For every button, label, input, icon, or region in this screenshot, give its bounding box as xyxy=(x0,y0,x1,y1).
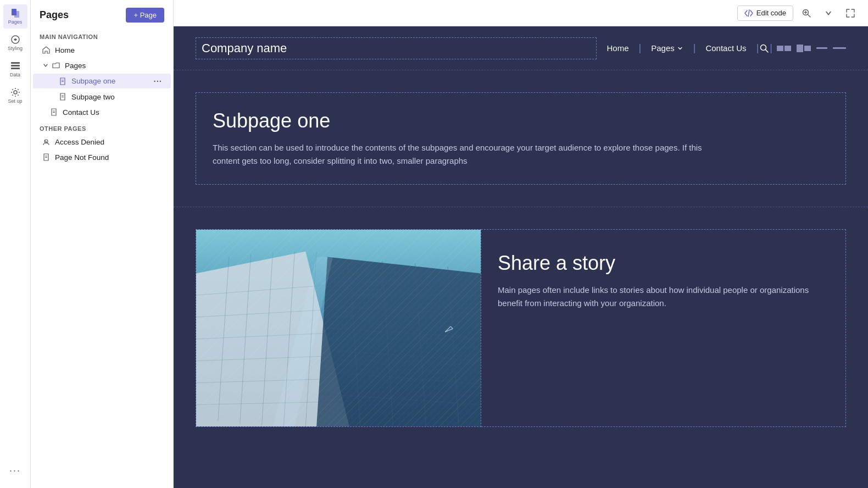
story-image xyxy=(196,230,481,426)
nav-item-home[interactable]: Home xyxy=(33,43,171,57)
site-nav-home[interactable]: Home xyxy=(597,43,638,53)
icon-rail-pages-label: Pages xyxy=(8,20,23,25)
story-section: Share a story Main pages often include l… xyxy=(174,207,868,449)
svg-rect-5 xyxy=(11,68,20,69)
svg-line-27 xyxy=(262,253,273,426)
svg-rect-23 xyxy=(196,230,481,426)
zoom-in-icon xyxy=(802,8,811,18)
add-page-button[interactable]: + Page xyxy=(126,8,164,23)
expand-button[interactable] xyxy=(842,4,859,22)
svg-line-32 xyxy=(196,332,344,339)
zoom-in-button[interactable] xyxy=(798,4,815,22)
main-area: Edit code Company name xyxy=(174,0,868,488)
site-navbar: Company name Home | Pages | Contact Us xyxy=(174,26,868,70)
svg-line-33 xyxy=(196,356,345,361)
story-content-box: Share a story Main pages often include l… xyxy=(481,229,846,427)
nav-item-page-not-found[interactable]: Page Not Found xyxy=(33,150,171,164)
main-navigation-label: Main navigation xyxy=(31,28,173,42)
nav-item-access-denied[interactable]: Access Denied xyxy=(33,135,171,149)
more-options-icon[interactable]: ··· xyxy=(3,462,27,479)
site-nav-pages-label: Pages xyxy=(651,43,675,53)
edit-code-icon xyxy=(744,9,753,18)
svg-line-25 xyxy=(218,257,229,422)
icon-rail-setup-label: Set up xyxy=(8,99,22,104)
svg-marker-36 xyxy=(316,257,481,427)
svg-line-28 xyxy=(283,252,294,426)
preview-area: Company name Home | Pages | Contact Us xyxy=(174,26,868,488)
nav-item-access-denied-label: Access Denied xyxy=(55,138,104,146)
site-nav-contact[interactable]: Contact Us xyxy=(695,43,756,53)
svg-rect-3 xyxy=(11,62,20,64)
collapse-arrow-icon xyxy=(42,62,49,69)
nav-item-contact-us-label: Contact Us xyxy=(63,108,99,117)
svg-marker-46 xyxy=(272,257,333,427)
sidebar-item-data[interactable]: Data xyxy=(3,57,27,81)
subpage-title: Subpage one xyxy=(213,109,829,132)
sidebar-item-setup[interactable]: Set up xyxy=(3,84,27,108)
sidebar-item-styling[interactable]: Styling xyxy=(3,31,27,55)
subpage-section: Subpage one This section can be used to … xyxy=(174,70,868,207)
subpage-content-box: Subpage one This section can be used to … xyxy=(196,92,846,185)
nav-item-subpage-two[interactable]: Subpage two xyxy=(33,90,171,104)
subpage-text: This section can be used to introduce th… xyxy=(213,141,707,168)
bar-icon-1 xyxy=(816,47,827,49)
svg-line-43 xyxy=(325,350,481,361)
svg-line-29 xyxy=(305,252,316,426)
nav-item-pages[interactable]: Pages xyxy=(33,58,171,73)
nav-item-subpage-one-label: Subpage one xyxy=(71,77,115,85)
grid-icon-4 xyxy=(804,46,811,51)
svg-point-6 xyxy=(14,91,17,94)
site-nav-links: Home | Pages | Contact Us | xyxy=(597,42,846,54)
sidebar: Pages + Page Main navigation Home Pages xyxy=(31,0,174,488)
svg-line-49 xyxy=(445,329,453,332)
other-pages-label: Other pages xyxy=(31,120,173,134)
svg-line-26 xyxy=(240,254,251,424)
nav-item-home-label: Home xyxy=(55,46,75,54)
svg-line-30 xyxy=(196,284,338,295)
folder-icon xyxy=(52,61,60,70)
sidebar-item-pages[interactable]: Pages xyxy=(3,4,27,29)
svg-line-39 xyxy=(415,263,426,426)
toolbar: Edit code xyxy=(174,0,868,26)
svg-line-34 xyxy=(196,379,347,383)
expand-icon xyxy=(845,8,855,18)
page-not-found-icon xyxy=(42,153,51,162)
grid-icon-2 xyxy=(784,46,791,51)
site-nav-contact-label: Contact Us xyxy=(705,43,746,53)
bar-icon-2 xyxy=(833,47,846,49)
home-icon xyxy=(42,46,51,54)
svg-line-31 xyxy=(196,309,341,317)
nav-item-pages-label: Pages xyxy=(65,62,86,70)
edit-code-label: Edit code xyxy=(756,9,786,17)
zoom-dropdown-button[interactable] xyxy=(820,4,837,22)
access-denied-icon xyxy=(42,137,51,146)
svg-line-44 xyxy=(324,372,481,384)
edit-code-button[interactable]: Edit code xyxy=(737,5,793,21)
search-icon[interactable] xyxy=(759,43,770,54)
svg-line-38 xyxy=(382,261,393,426)
grid-icon-3 xyxy=(797,45,803,52)
subpage-one-icon xyxy=(58,77,67,86)
building-svg xyxy=(196,230,481,426)
grid-icon-1 xyxy=(777,46,783,51)
nav-item-subpage-two-label: Subpage two xyxy=(71,93,115,101)
site-nav-home-label: Home xyxy=(607,43,628,53)
chevron-down-icon xyxy=(824,8,833,18)
pages-dropdown-icon xyxy=(677,45,683,52)
site-logo: Company name xyxy=(196,37,597,59)
subpage-one-more-icon[interactable]: ··· xyxy=(153,76,162,86)
svg-line-42 xyxy=(326,328,481,338)
svg-line-18 xyxy=(808,14,810,17)
icon-rail-data-label: Data xyxy=(10,73,20,78)
site-nav-view-icons xyxy=(772,45,846,52)
svg-line-45 xyxy=(322,394,481,405)
site-nav-pages[interactable]: Pages xyxy=(641,43,693,53)
svg-line-41 xyxy=(327,306,481,314)
subpage-two-icon xyxy=(58,92,67,101)
icon-rail: Pages Styling Data Set up ··· xyxy=(0,0,31,488)
svg-line-22 xyxy=(766,49,769,52)
svg-line-35 xyxy=(196,401,348,404)
nav-item-subpage-one[interactable]: Subpage one ··· xyxy=(33,74,171,88)
nav-item-contact-us[interactable]: Contact Us xyxy=(33,105,171,119)
svg-line-40 xyxy=(448,267,459,426)
